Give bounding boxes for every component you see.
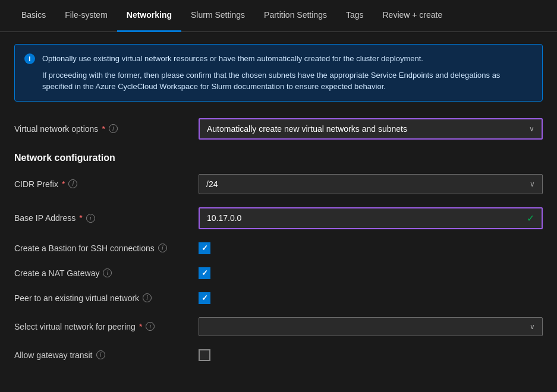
base-ip-row: Base IP Address * i 10.17.0.0 ✓ <box>14 207 543 229</box>
virtual-network-chevron-icon: ∨ <box>529 125 534 133</box>
cidr-select-value: /24 <box>206 179 218 189</box>
bastion-label: Create a Bastion for SSH connections i <box>14 244 199 253</box>
select-vnet-row: Select virtual network for peering * i ∨ <box>14 317 543 336</box>
info-banner-text: Optionally use existing virtual network … <box>42 53 533 93</box>
info-banner-icon-wrap: i <box>24 53 35 64</box>
peer-control <box>199 292 543 304</box>
base-ip-label: Base IP Address * i <box>14 213 199 223</box>
cidr-info-icon[interactable]: i <box>68 179 77 188</box>
cidr-required: * <box>62 179 65 189</box>
gateway-transit-info-icon[interactable]: i <box>96 350 105 359</box>
base-ip-info-icon[interactable]: i <box>86 214 95 223</box>
info-icon: i <box>24 53 35 64</box>
virtual-network-info-icon[interactable]: i <box>109 124 118 133</box>
virtual-network-select-value: Automatically create new virtual network… <box>207 124 407 134</box>
virtual-network-label: Virtual network options * i <box>14 124 199 134</box>
select-vnet-chevron-icon: ∨ <box>530 323 535 331</box>
cidr-chevron-icon: ∨ <box>530 180 535 188</box>
select-vnet-info-icon[interactable]: i <box>146 322 155 331</box>
main-content: i Optionally use existing virtual networ… <box>0 32 557 386</box>
tab-basics[interactable]: Basics <box>12 0 55 32</box>
peer-vnet-row: Peer to an existing virtual network i <box>14 292 543 304</box>
base-ip-check-icon: ✓ <box>527 213 534 224</box>
select-vnet-select[interactable]: ∨ <box>199 317 543 336</box>
virtual-network-control: Automatically create new virtual network… <box>199 118 543 140</box>
gateway-transit-label: Allow gateway transit i <box>14 350 199 360</box>
virtual-network-required: * <box>102 124 105 134</box>
nat-checkbox[interactable] <box>199 267 210 279</box>
base-ip-value: 10.17.0.0 <box>207 213 241 223</box>
nat-gateway-label: Create a NAT Gateway i <box>14 268 199 278</box>
select-vnet-required: * <box>139 322 142 331</box>
virtual-network-select[interactable]: Automatically create new virtual network… <box>199 118 543 140</box>
cidr-prefix-row: CIDR Prefix * i /24 ∨ <box>14 174 543 194</box>
info-line-2: If proceeding with the former, then plea… <box>42 69 533 93</box>
peer-vnet-label: Peer to an existing virtual network i <box>14 293 199 303</box>
tab-filesystem[interactable]: File-system <box>55 0 117 32</box>
top-nav: Basics File-system Networking Slurm Sett… <box>0 0 557 32</box>
gateway-transit-checkbox[interactable] <box>199 349 210 361</box>
nat-info-icon[interactable]: i <box>103 268 112 277</box>
gateway-transit-control <box>199 349 543 361</box>
bastion-info-icon[interactable]: i <box>158 244 167 252</box>
bastion-row: Create a Bastion for SSH connections i <box>14 242 543 254</box>
cidr-prefix-label: CIDR Prefix * i <box>14 179 199 189</box>
nat-gateway-row: Create a NAT Gateway i <box>14 267 543 279</box>
peer-checkbox[interactable] <box>199 292 210 304</box>
tab-tags[interactable]: Tags <box>336 0 373 32</box>
network-config-heading: Network configuration <box>14 153 543 163</box>
cidr-select[interactable]: /24 ∨ <box>199 174 543 194</box>
base-ip-input[interactable]: 10.17.0.0 ✓ <box>199 207 543 229</box>
gateway-transit-row: Allow gateway transit i <box>14 349 543 361</box>
tab-networking[interactable]: Networking <box>117 0 181 32</box>
select-vnet-label: Select virtual network for peering * i <box>14 322 199 331</box>
tab-review[interactable]: Review + create <box>373 0 452 32</box>
nat-control <box>199 267 543 279</box>
base-ip-required: * <box>79 213 82 223</box>
base-ip-control: 10.17.0.0 ✓ <box>199 207 543 229</box>
cidr-control: /24 ∨ <box>199 174 543 194</box>
tab-slurm[interactable]: Slurm Settings <box>181 0 254 32</box>
tab-partition[interactable]: Partition Settings <box>254 0 336 32</box>
peer-info-icon[interactable]: i <box>143 293 152 302</box>
select-vnet-control: ∨ <box>199 317 543 336</box>
info-line-1: Optionally use existing virtual network … <box>42 53 533 65</box>
virtual-network-row: Virtual network options * i Automaticall… <box>14 118 543 140</box>
bastion-control <box>199 242 543 254</box>
bastion-checkbox[interactable] <box>199 242 210 254</box>
info-banner: i Optionally use existing virtual networ… <box>14 44 543 102</box>
